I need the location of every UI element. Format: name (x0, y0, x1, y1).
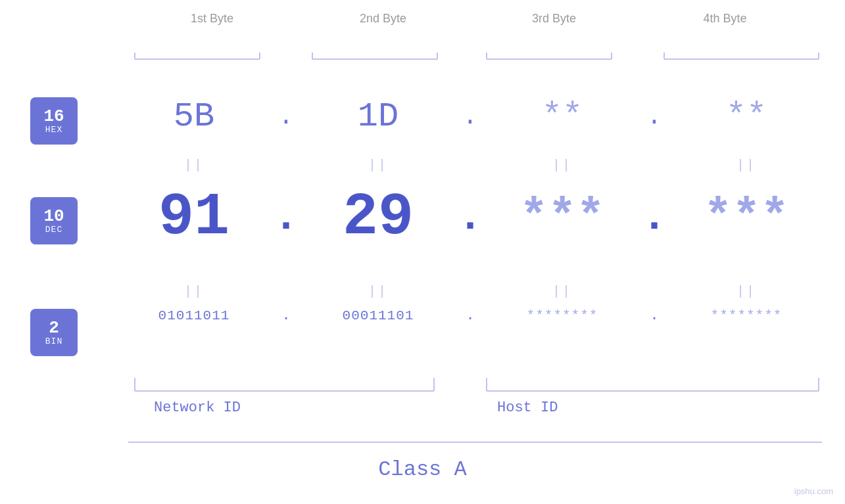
dec-b2: 29 (312, 184, 444, 251)
main-container: 1st Byte 2nd Byte 3rd Byte 4th Byte (0, 0, 845, 504)
dec-dot-3: . (628, 196, 681, 239)
bin-b1: 01011011 (128, 308, 260, 323)
watermark: ipshu.com (794, 486, 833, 496)
equals-row-2: || || || || (128, 284, 825, 299)
byte-header-3: 3rd Byte (469, 12, 640, 26)
byte-header-1: 1st Byte (127, 12, 298, 26)
hex-b1: 5B (128, 97, 260, 136)
dec-badge: 10 DEC (30, 197, 78, 244)
bin-dot-3: . (628, 308, 681, 324)
dec-b4: *** (681, 191, 812, 244)
byte-header-4: 4th Byte (640, 12, 811, 26)
hex-badge: 16 HEX (30, 97, 78, 145)
top-brackets (128, 39, 825, 66)
dec-b3: *** (496, 191, 628, 244)
dec-row: 91 . 29 . *** . *** (128, 184, 825, 251)
hex-dot-1: . (260, 103, 312, 131)
hex-row: 5B . 1D . ** . ** (128, 97, 825, 136)
bin-dot-2: . (444, 308, 496, 324)
equals-row-1: || || || || (128, 158, 825, 173)
bin-b2: 00011101 (312, 308, 444, 323)
hex-dot-2: . (444, 103, 496, 131)
class-a-label: Class A (378, 457, 466, 482)
full-bottom-bracket (128, 442, 822, 443)
network-id-label: Network ID (154, 400, 241, 416)
bottom-brackets (128, 371, 825, 398)
bin-badge: 2 BIN (30, 309, 78, 356)
bin-b3: ******** (496, 308, 628, 323)
hex-b3: ** (496, 97, 628, 136)
bin-b4: ******** (681, 308, 812, 323)
dec-dot-2: . (444, 196, 496, 239)
hex-b4: ** (681, 97, 812, 136)
hex-dot-3: . (628, 103, 681, 131)
dec-b1: 91 (128, 184, 260, 251)
host-id-label: Host ID (497, 400, 558, 416)
dec-dot-1: . (260, 196, 312, 239)
hex-b2: 1D (312, 97, 444, 136)
byte-header-2: 2nd Byte (298, 12, 469, 26)
bin-row: 01011011 . 00011101 . ******** . *******… (128, 308, 825, 324)
bin-dot-1: . (260, 308, 312, 324)
